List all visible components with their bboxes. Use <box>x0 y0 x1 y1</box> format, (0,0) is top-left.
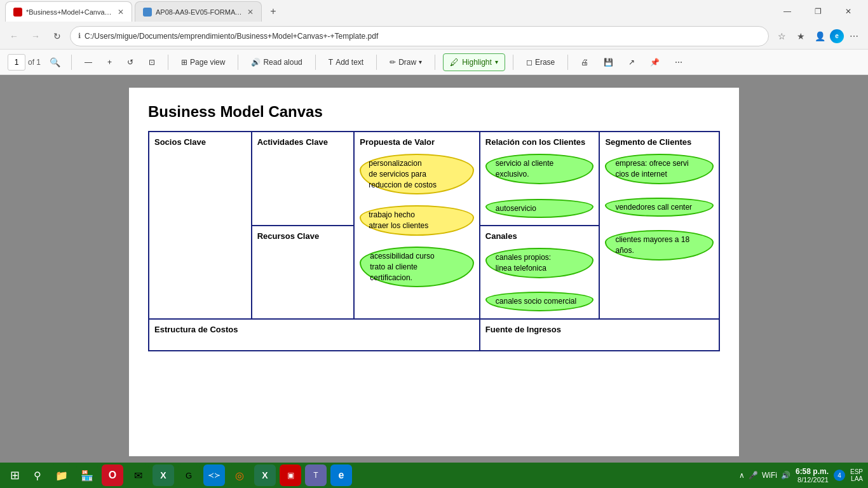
clock-time: 6:58 p.m. <box>796 467 829 476</box>
zoom-out-button[interactable]: — <box>79 53 97 71</box>
volume-icon[interactable]: 🔊 <box>781 471 790 480</box>
taskbar-store[interactable]: 🏪 <box>76 464 98 486</box>
taskbar-google[interactable]: G <box>178 464 200 486</box>
erase-icon: ◻ <box>526 58 532 67</box>
read-aloud-button[interactable]: 🔊 Read aloud <box>246 53 307 71</box>
segmento-clientes-content: empresa: ofrece servi cios de internet v… <box>605 152 714 262</box>
erase-button[interactable]: ◻ Erase <box>521 53 560 71</box>
socios-clave-cell: Socios Clave <box>149 132 252 319</box>
canales-cell: Canales canales propios:linea telefonica… <box>480 226 600 318</box>
system-clock[interactable]: 6:58 p.m. 8/12/2021 <box>796 467 829 484</box>
pin-button[interactable]: 📌 <box>645 53 665 71</box>
taskbar-app11[interactable]: ▣ <box>280 464 301 486</box>
socios-clave-header: Socios Clave <box>154 137 246 147</box>
page-view-button[interactable]: ⊞ Page view <box>176 53 230 71</box>
divider-7 <box>513 55 513 70</box>
page-number-input[interactable] <box>8 54 25 71</box>
estructura-costos-header: Estructura de Costos <box>154 325 474 334</box>
tab-2[interactable]: AP08-AA9-EV05-FORMATO-Tall ✕ <box>135 1 262 22</box>
propuesta-item-1: personalizacionde servicios parareduccio… <box>360 154 474 194</box>
highlight-label: Highlight <box>462 58 492 67</box>
draw-button[interactable]: ✏ Draw ▾ <box>384 53 427 71</box>
maximize-button[interactable]: ❐ <box>803 0 832 23</box>
segmento-item-2: vendedores call center <box>605 198 714 217</box>
browser-actions: ☆ ★ 👤 e ⋯ <box>773 27 863 45</box>
print-button[interactable]: 🖨 <box>576 53 593 71</box>
actividades-clave-cell: Actividades Clave <box>252 132 355 226</box>
expand-icon[interactable]: ∧ <box>739 471 745 480</box>
notification-badge[interactable]: 4 <box>834 470 845 481</box>
taskbar: ⊞ ⚲ 📁 🏪 O ✉ X G ≺≻ ◎ X ▣ T e ∧ 🎤 WiFi 🔊 … <box>0 463 868 488</box>
taskbar-file-explorer[interactable]: 📁 <box>51 464 72 486</box>
taskbar-vscode[interactable]: ≺≻ <box>203 464 225 486</box>
windows-start-button[interactable]: ⊞ <box>5 466 24 485</box>
add-text-label: Add text <box>336 58 363 67</box>
address-bar: ← → ↻ ℹ C:/Users/migue/Documents/emprend… <box>0 23 868 50</box>
divider-6 <box>435 55 435 70</box>
tab-1-close[interactable]: ✕ <box>118 8 124 17</box>
divider-2 <box>168 55 168 70</box>
tab-2-close[interactable]: ✕ <box>247 8 254 17</box>
add-text-button[interactable]: T Add text <box>323 53 369 71</box>
window-controls: — ❐ ✕ <box>773 0 863 23</box>
language: ESP <box>850 468 863 475</box>
canales-item-1: canales propios:linea telefonica <box>485 248 594 278</box>
back-button[interactable]: ← <box>5 27 23 45</box>
favorites-icon[interactable]: ☆ <box>773 27 790 45</box>
divider-5 <box>376 55 377 70</box>
system-icons: ∧ 🎤 WiFi 🔊 <box>739 471 790 480</box>
more-options-button[interactable]: ⋯ <box>670 53 688 71</box>
more-button[interactable]: ⋯ <box>845 27 863 45</box>
taskbar-excel[interactable]: X <box>153 464 174 486</box>
highlight-icon: 🖊 <box>450 57 459 67</box>
actividades-clave-header: Actividades Clave <box>257 137 349 147</box>
fit-button[interactable]: ⊡ <box>144 53 160 71</box>
canales-content: canales propios:linea telefonica canales… <box>485 246 594 313</box>
wifi-icon[interactable]: WiFi <box>762 471 777 480</box>
canales-item-2: canales socio comercial <box>485 292 594 311</box>
table-row-1: Socios Clave Actividades Clave Propuesta… <box>149 132 719 226</box>
recursos-clave-header: Recursos Clave <box>257 231 349 241</box>
read-aloud-icon: 🔊 <box>251 58 261 67</box>
tab-1[interactable]: *Business+Model+Canvas+-+Te ✕ <box>5 1 132 22</box>
tab-1-icon <box>13 8 22 17</box>
account-icon[interactable]: 👤 <box>811 27 829 45</box>
taskbar-excel2[interactable]: X <box>254 464 276 486</box>
close-button[interactable]: ✕ <box>834 0 863 23</box>
divider-3 <box>238 55 238 70</box>
tab-2-label: AP08-AA9-EV05-FORMATO-Tall <box>156 8 243 16</box>
page-view-label: Page view <box>190 58 225 67</box>
new-tab-button[interactable]: + <box>264 3 282 20</box>
divider-4 <box>315 55 316 70</box>
taskbar-search-button[interactable]: ⚲ <box>28 466 47 485</box>
zoom-in-button[interactable]: + <box>102 53 117 71</box>
highlight-button[interactable]: 🖊 Highlight ▾ <box>443 53 505 71</box>
read-aloud-label: Read aloud <box>263 58 302 67</box>
search-pdf-icon[interactable]: 🔍 <box>46 53 64 71</box>
taskbar-edge[interactable]: e <box>330 464 352 486</box>
relacion-clientes-cell: Relación con los Clientes servicio al cl… <box>480 132 600 226</box>
refresh-button[interactable]: ↻ <box>48 27 66 45</box>
taskbar-mail[interactable]: ✉ <box>127 464 149 486</box>
microphone-icon[interactable]: 🎤 <box>749 471 758 480</box>
pdf-toolbar: of 1 🔍 — + ↺ ⊡ ⊞ Page view 🔊 Read aloud … <box>0 50 868 75</box>
draw-label: Draw <box>398 58 416 67</box>
propuesta-item-3: acessibilidad cursotrato al clientecerti… <box>360 247 474 287</box>
pdf-content-area: Business Model Canvas Socios Clave Activ… <box>0 75 868 463</box>
forward-button[interactable]: → <box>27 27 44 45</box>
fuente-ingresos-cell: Fuente de Ingresos <box>480 319 719 351</box>
taskbar-app9[interactable]: ◎ <box>229 464 250 486</box>
save-button[interactable]: 💾 <box>599 53 618 71</box>
share-button[interactable]: ↗ <box>623 53 640 71</box>
highlight-chevron-icon: ▾ <box>495 58 498 65</box>
taskbar-opera[interactable]: O <box>102 464 123 486</box>
minimize-button[interactable]: — <box>773 0 802 23</box>
propuesta-valor-header: Propuesta de Valor <box>360 137 474 147</box>
rotate-button[interactable]: ↺ <box>122 53 139 71</box>
tab-1-label: *Business+Model+Canvas+-+Te <box>26 8 114 16</box>
taskbar-teams[interactable]: T <box>305 464 327 486</box>
url-bar[interactable]: ℹ C:/Users/migue/Documents/emprendimient… <box>70 26 769 46</box>
page-controls: of 1 <box>8 54 41 71</box>
collections-icon[interactable]: ★ <box>792 27 810 45</box>
erase-label: Erase <box>535 58 555 67</box>
